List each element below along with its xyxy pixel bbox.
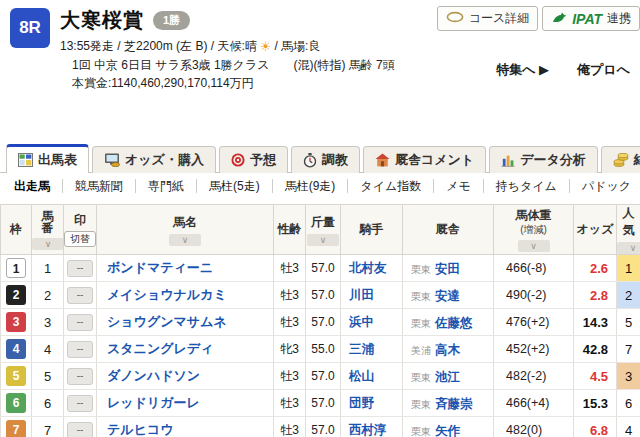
stable-cell: 栗東佐藤悠 xyxy=(403,309,494,336)
jockey-link[interactable]: 川田 xyxy=(349,288,374,302)
tab-chokyo[interactable]: 調教 xyxy=(291,146,360,173)
carried-weight-cell: 57.0 xyxy=(306,363,341,390)
course-detail-button[interactable]: コース詳細 xyxy=(437,6,539,31)
tab-odds[interactable]: オッズ・購入 xyxy=(92,146,216,173)
trainer-link[interactable]: 池江 xyxy=(435,370,460,384)
jockey-cell: 西村淳 xyxy=(341,417,403,437)
column-header-5: 斤量∨ xyxy=(306,205,341,255)
jockey-cell: 団野 xyxy=(341,390,403,417)
mark-select-button[interactable]: -- xyxy=(67,395,93,412)
race-header: 8R 大寒桜賞 1勝 13:55発走 / 芝2200m (左 B) / 天候:晴… xyxy=(0,0,640,101)
entries-table-body: 11--ボンドマティーニ牡357.0北村友栗東安田466(-8)2.6122--… xyxy=(1,255,640,437)
sex-age-cell: 牡3 xyxy=(274,390,306,417)
subtab-memo[interactable]: メモ xyxy=(434,179,484,193)
trainer-link[interactable]: 高木 xyxy=(435,343,460,357)
horse-name-cell: メイショウナルカミ xyxy=(97,282,274,309)
ipat-logo: IPAT xyxy=(572,11,602,27)
entry-row: 66--レッドリガーレ牡357.0団野栗東斉藤崇466(+4)15.36 xyxy=(1,390,640,417)
subtab-paddock[interactable]: パドック xyxy=(570,179,640,193)
tab-label: 厩舎コメント xyxy=(395,151,474,169)
sort-button[interactable]: ∨ xyxy=(169,234,201,246)
horse-name-link[interactable]: ショウグンマサムネ xyxy=(107,314,227,329)
conditions-text: 13:55発走 / 芝2200m (左 B) / 天候:晴 xyxy=(60,38,257,55)
sort-button[interactable]: ∨ xyxy=(518,240,550,252)
horse-name-link[interactable]: テルヒコウ xyxy=(107,422,174,437)
waku-cell: 2 xyxy=(1,282,32,309)
subtab-mochitime[interactable]: 持ちタイム xyxy=(484,179,570,193)
tab-data[interactable]: データ分析 xyxy=(489,146,598,173)
subtab-shinbun[interactable]: 競馬新聞 xyxy=(63,179,136,193)
trainer-link[interactable]: 矢作 xyxy=(435,424,460,437)
horse-name-link[interactable]: ダノンハドソン xyxy=(107,368,200,383)
jockey-link[interactable]: 団野 xyxy=(349,396,374,410)
header-links: 特集へ ▶ 俺プロへ xyxy=(496,61,630,79)
entry-row: 11--ボンドマティーニ牡357.0北村友栗東安田466(-8)2.61 xyxy=(1,255,640,282)
tab-shutsuba[interactable]: 出馬表 xyxy=(6,144,89,173)
subtab-umabashira9[interactable]: 馬柱(9走) xyxy=(273,179,349,193)
mark-toggle-button[interactable]: 切替 xyxy=(64,231,96,247)
trainer-link[interactable]: 斉藤崇 xyxy=(435,397,473,411)
trainer-link[interactable]: 安達 xyxy=(435,289,460,303)
jockey-link[interactable]: 浜中 xyxy=(349,315,374,329)
jockey-cell: 浜中 xyxy=(341,309,403,336)
sort-button[interactable]: ∨ xyxy=(617,242,640,254)
mark-select-button[interactable]: -- xyxy=(67,287,93,304)
tab-comment[interactable]: 厩舎コメント xyxy=(363,146,486,173)
horse-name-link[interactable]: ボンドマティーニ xyxy=(107,260,213,275)
mark-cell: -- xyxy=(64,309,97,336)
stable-cell: 栗東安達 xyxy=(403,282,494,309)
orepro-link[interactable]: 俺プロへ xyxy=(577,61,630,79)
odds-cell: 4.5 xyxy=(574,363,617,390)
jockey-link[interactable]: 西村淳 xyxy=(349,423,387,437)
main-tab-bar: 出馬表オッズ・購入予想調教厩舎コメントデータ分析結果・払戻 xyxy=(0,145,640,173)
stable-region: 栗東 xyxy=(411,318,431,329)
subtab-entries[interactable]: 出走馬 xyxy=(2,179,63,193)
sex-age-cell: 牡3 xyxy=(274,282,306,309)
tab-result[interactable]: 結果・払戻 xyxy=(601,146,640,173)
carried-weight-cell: 57.0 xyxy=(306,282,341,309)
subtab-time-index[interactable]: タイム指数 xyxy=(348,179,434,193)
carried-weight-cell: 57.0 xyxy=(306,390,341,417)
mark-cell: -- xyxy=(64,336,97,363)
stable-region: 栗東 xyxy=(411,291,431,302)
stable-cell: 栗東安田 xyxy=(403,255,494,282)
feature-link[interactable]: 特集へ ▶ xyxy=(496,61,549,79)
jockey-cell: 三浦 xyxy=(341,336,403,363)
subtab-senmonshi[interactable]: 専門紙 xyxy=(136,179,197,193)
column-header-0: 枠 xyxy=(1,205,32,255)
jockey-cell: 松山 xyxy=(341,363,403,390)
mark-select-button[interactable]: -- xyxy=(67,422,93,437)
column-header-6: 騎手 xyxy=(341,205,403,255)
tab-yoso[interactable]: 予想 xyxy=(219,146,288,173)
sort-button[interactable]: ∨ xyxy=(32,238,64,250)
column-header-1: 馬番∨ xyxy=(32,205,64,255)
trainer-link[interactable]: 佐藤悠 xyxy=(435,316,473,330)
barn-icon xyxy=(375,153,390,167)
mark-select-button[interactable]: -- xyxy=(67,368,93,385)
mark-select-button[interactable]: -- xyxy=(67,260,93,277)
horse-name-link[interactable]: スタニングレディ xyxy=(107,341,213,356)
jockey-link[interactable]: 三浦 xyxy=(349,342,374,356)
jockey-link[interactable]: 北村友 xyxy=(349,261,387,275)
stable-region: 栗東 xyxy=(411,399,431,410)
horse-name-link[interactable]: レッドリガーレ xyxy=(107,395,200,410)
stable-region: 栗東 xyxy=(411,426,431,437)
sex-age-cell: 牡3 xyxy=(274,309,306,336)
mark-select-button[interactable]: -- xyxy=(67,314,93,331)
trainer-link[interactable]: 安田 xyxy=(435,262,460,276)
column-header-4: 性齢 xyxy=(274,205,306,255)
sex-age-cell: 牡3 xyxy=(274,417,306,437)
ipat-link-button[interactable]: IPAT 連携 xyxy=(542,6,640,31)
stable-cell: 栗東矢作 xyxy=(403,417,494,437)
entries-table: 枠馬番∨印切替馬名∨性齢斤量∨騎手厩舎馬体重(増減)∨オッズ人気∨ 11--ボン… xyxy=(0,204,640,437)
chart-icon xyxy=(501,153,515,167)
horse-name-link[interactable]: メイショウナルカミ xyxy=(107,287,227,302)
jockey-link[interactable]: 松山 xyxy=(349,369,374,383)
column-label: オッズ xyxy=(577,222,614,236)
subtab-umabashira5[interactable]: 馬柱(5走) xyxy=(197,179,273,193)
mark-select-button[interactable]: -- xyxy=(67,341,93,358)
jockey-cell: 北村友 xyxy=(341,255,403,282)
sort-button[interactable]: ∨ xyxy=(307,234,339,246)
entry-row: 77--テルヒコウ牡357.0西村淳栗東矢作482(0)6.84 xyxy=(1,417,640,437)
horse-number-cell: 6 xyxy=(32,390,64,417)
